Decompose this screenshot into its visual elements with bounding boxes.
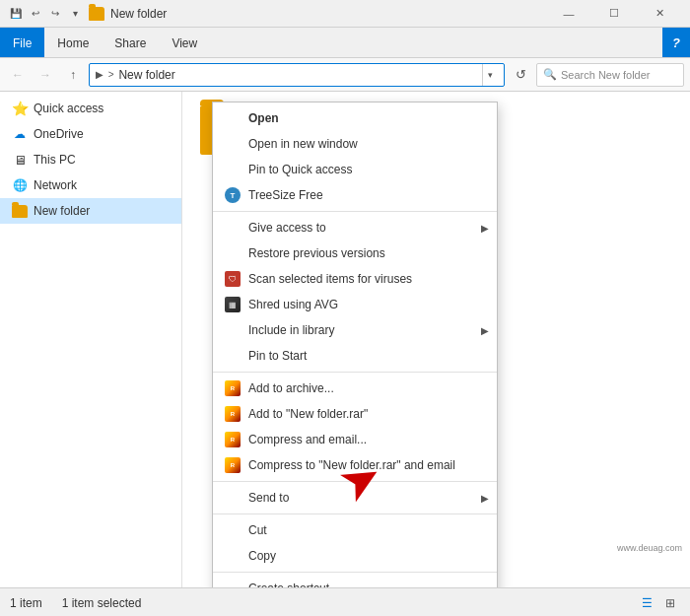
dropdown-icon: ▾ — [67, 6, 83, 22]
ribbon-tab-share[interactable]: Share — [102, 28, 159, 57]
ctx-pin-quick-icon — [225, 162, 241, 177]
minimize-button[interactable]: — — [546, 0, 591, 28]
title-bar-icons: 💾 ↩ ↪ ▾ — [8, 6, 83, 22]
large-icons-view-button[interactable]: ⊞ — [660, 593, 680, 613]
ctx-copy[interactable]: Copy — [213, 543, 497, 569]
up-button[interactable]: ↑ — [61, 63, 85, 87]
status-bar: 1 item 1 item selected ☰ ⊞ — [0, 587, 690, 616]
redo-icon: ↪ — [47, 6, 63, 22]
title-bar-controls: — ☐ ✕ — [546, 0, 682, 28]
watermark: www.deuag.com — [617, 543, 682, 553]
details-view-button[interactable]: ☰ — [637, 593, 656, 613]
ctx-open-icon — [225, 110, 241, 126]
ctx-treesize-icon: T — [225, 187, 241, 203]
sidebar-item-quick-access[interactable]: ⭐ Quick access — [0, 96, 181, 121]
sidebar-item-label: New folder — [34, 204, 90, 218]
sidebar-item-label: Network — [34, 178, 77, 192]
selected-count: 1 item selected — [62, 596, 142, 610]
ctx-scan-virus[interactable]: 🛡 Scan selected items for viruses — [213, 266, 497, 292]
ctx-sep-1 — [213, 211, 497, 212]
sidebar-item-this-pc[interactable]: 🖥 This PC — [0, 147, 181, 172]
title-bar: 💾 ↩ ↪ ▾ New folder — ☐ ✕ — [0, 0, 690, 28]
close-button[interactable]: ✕ — [637, 0, 682, 28]
address-breadcrumb: ▶ > New folder — [96, 68, 478, 82]
ctx-give-access-icon — [225, 220, 241, 236]
sidebar-item-new-folder[interactable]: New folder — [0, 198, 181, 224]
refresh-button[interactable]: ↺ — [509, 63, 532, 87]
ctx-create-shortcut[interactable]: Create shortcut — [213, 576, 497, 587]
status-left: 1 item 1 item selected — [10, 596, 141, 610]
address-bar[interactable]: ▶ > New folder ▾ — [89, 63, 505, 87]
sidebar: ⭐ Quick access ☁ OneDrive 🖥 This PC 🌐 Ne… — [0, 92, 182, 587]
ribbon: File Home Share View ? — [0, 28, 690, 58]
ctx-sep-3 — [213, 481, 497, 482]
address-row: ← → ↑ ▶ > New folder ▾ ↺ 🔍 Search New fo… — [0, 58, 690, 92]
ctx-include-library[interactable]: Include in library ▶ — [213, 317, 497, 343]
sidebar-item-label: Quick access — [34, 102, 104, 115]
maximize-button[interactable]: ☐ — [591, 0, 637, 28]
ctx-send-to[interactable]: Send to ▶ — [213, 485, 497, 511]
ctx-restore-versions[interactable]: Restore previous versions — [213, 240, 497, 266]
ribbon-tab-file[interactable]: File — [0, 28, 44, 57]
file-area: N... Open Open in new window Pin to Quic… — [182, 92, 690, 587]
ribbon-tab-view[interactable]: View — [159, 28, 210, 57]
ctx-add-archive-icon: R — [225, 380, 241, 396]
title-text: New folder — [110, 7, 167, 21]
ctx-pin-quick[interactable]: Pin to Quick access — [213, 157, 497, 182]
back-button[interactable]: ← — [6, 63, 30, 87]
ctx-shred-icon: ▦ — [225, 297, 241, 312]
new-folder-sidebar-icon — [12, 203, 28, 219]
ctx-compress-new-folder-email-icon: R — [225, 457, 241, 473]
search-bar[interactable]: 🔍 Search New folder — [536, 63, 684, 87]
title-bar-left: 💾 ↩ ↪ ▾ New folder — [8, 6, 167, 22]
context-menu: Open Open in new window Pin to Quick acc… — [212, 102, 498, 587]
ctx-sep-4 — [213, 513, 497, 514]
item-count: 1 item — [10, 596, 42, 610]
address-dropdown-button[interactable]: ▾ — [482, 64, 498, 86]
ribbon-tab-home[interactable]: Home — [44, 28, 102, 57]
search-placeholder: Search New folder — [561, 69, 651, 81]
sidebar-item-network[interactable]: 🌐 Network — [0, 172, 181, 198]
search-icon: 🔍 — [543, 68, 557, 81]
ctx-include-library-icon — [225, 322, 241, 338]
network-icon: 🌐 — [12, 177, 28, 193]
ctx-add-archive[interactable]: R Add to archive... — [213, 376, 497, 401]
ctx-restore-versions-icon — [225, 245, 241, 261]
ctx-treesize[interactable]: T TreeSize Free — [213, 182, 497, 208]
ctx-cut[interactable]: Cut — [213, 517, 497, 543]
ctx-include-library-arrow: ▶ — [481, 325, 489, 336]
ctx-sep-2 — [213, 372, 497, 373]
sidebar-item-label: OneDrive — [34, 127, 84, 141]
this-pc-icon: 🖥 — [12, 152, 28, 168]
ctx-scan-icon: 🛡 — [225, 271, 241, 287]
ctx-send-to-icon — [225, 490, 241, 506]
ctx-compress-email[interactable]: R Compress and email... — [213, 427, 497, 452]
ctx-pin-start[interactable]: Pin to Start — [213, 343, 497, 369]
quick-access-icon: 💾 — [8, 6, 24, 22]
ctx-copy-icon — [225, 548, 241, 564]
ctx-send-to-arrow: ▶ — [481, 493, 489, 504]
status-right: ☰ ⊞ — [637, 593, 680, 613]
breadcrumb-root: ▶ — [96, 69, 104, 80]
ribbon-tabs: File Home Share View ? — [0, 28, 690, 57]
ctx-sep-5 — [213, 572, 497, 573]
ctx-open-new-window-icon — [225, 136, 241, 152]
ctx-add-new-folder-rar[interactable]: R Add to "New folder.rar" — [213, 401, 497, 427]
title-folder-icon — [89, 7, 104, 21]
ctx-pin-start-icon — [225, 348, 241, 364]
ctx-open[interactable]: Open — [213, 105, 497, 131]
ctx-add-new-folder-rar-icon: R — [225, 406, 241, 422]
breadcrumb-folder: New folder — [118, 68, 174, 82]
undo-icon: ↩ — [28, 6, 43, 22]
sidebar-item-label: This PC — [34, 153, 76, 167]
forward-button[interactable]: → — [34, 63, 57, 87]
sidebar-item-onedrive[interactable]: ☁ OneDrive — [0, 121, 181, 147]
quick-access-star-icon: ⭐ — [12, 101, 28, 116]
ctx-open-new-window[interactable]: Open in new window — [213, 131, 497, 157]
ctx-give-access[interactable]: Give access to ▶ — [213, 215, 497, 240]
ctx-give-access-arrow: ▶ — [481, 223, 489, 234]
main-content: ⭐ Quick access ☁ OneDrive 🖥 This PC 🌐 Ne… — [0, 92, 690, 587]
ctx-compress-new-folder-email[interactable]: R Compress to "New folder.rar" and email — [213, 452, 497, 478]
ribbon-help-button[interactable]: ? — [662, 28, 690, 57]
ctx-shred[interactable]: ▦ Shred using AVG — [213, 292, 497, 317]
